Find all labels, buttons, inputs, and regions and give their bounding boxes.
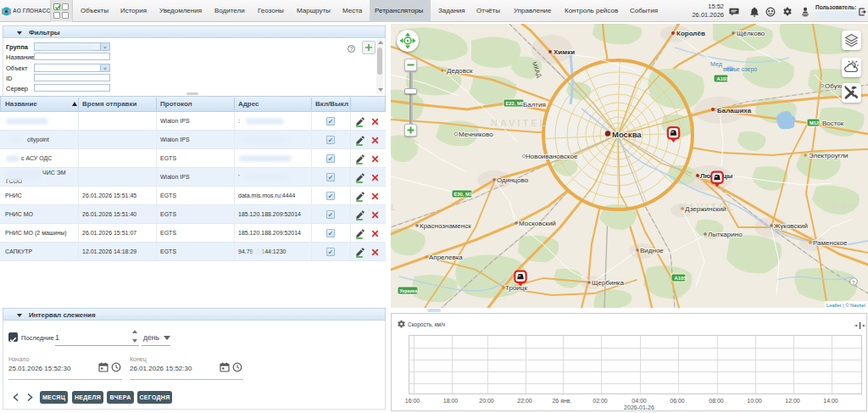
svg-text:NAV: NAV [832,202,858,212]
svg-text:Щёлково: Щёлково [737,30,765,37]
svg-text:Жуковский: Жуковский [774,222,808,230]
svg-text:NAVITEL: NAVITEL [491,118,548,128]
svg-text:Leaflet | © Navitel: Leaflet | © Navitel [826,303,865,308]
svg-text:Королёв: Королёв [676,30,705,37]
svg-text:E30, M1: E30, M1 [454,192,473,197]
svg-text:Краснознаменск: Краснознаменск [420,222,471,230]
svg-text:A105: A105 [675,276,687,281]
svg-text:Восток: Восток [822,120,844,127]
svg-text:Балтия: Балтия [523,101,546,109]
svg-text:Лыткарино: Лыткарино [708,231,743,238]
svg-text:Раменское: Раменское [813,239,848,247]
svg-text:Новоивановское: Новоивановское [526,153,578,160]
svg-text:TEL: TEL [391,202,399,212]
svg-text:Одинцово: Одинцово [497,176,529,184]
svg-text:M12: M12 [810,120,819,126]
svg-text:Дзержинский: Дзержинский [685,205,726,213]
svg-text:Московский: Московский [519,220,556,227]
svg-text:A103: A103 [717,76,730,81]
svg-text:Щербинка: Щербинка [592,279,625,287]
svg-text:E22, M9: E22, M9 [506,101,525,106]
svg-text:Дедовск: Дедовск [447,67,473,75]
svg-text:Мед: Мед [710,61,722,68]
svg-text:Украина: Украина [400,288,418,293]
svg-text:Балашиха: Балашиха [717,107,752,114]
svg-text:вежье озеро: вежье озеро [723,66,757,73]
svg-text:Троицк: Троицк [505,284,527,292]
svg-text:Москва: Москва [612,130,642,139]
svg-text:Видное: Видное [640,247,664,254]
svg-text:Апрелевка: Апрелевка [429,254,463,261]
svg-text:Химки: Химки [554,48,575,56]
svg-text:Мечниково: Мечниково [459,131,493,138]
svg-text:Электроугли: Электроугли [809,152,849,159]
